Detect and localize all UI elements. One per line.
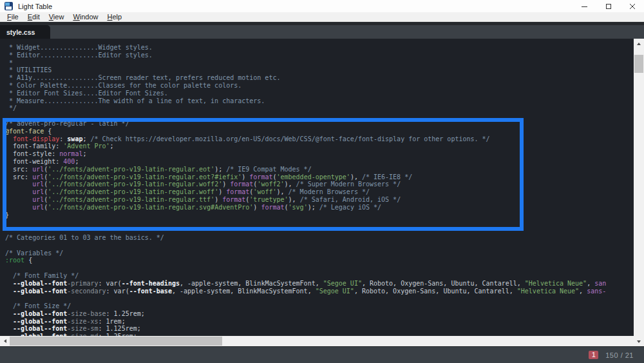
code-line: --global--font-primary: var(--font-headi… — [5, 280, 632, 288]
code-line: --global--font-secondary: var(--font-bas… — [5, 288, 632, 295]
scroll-down-arrow-icon — [637, 340, 641, 343]
tab-label: style.css — [6, 28, 35, 36]
code-line — [5, 226, 632, 234]
code-line: --global--font-size-sm: 1.125rem; — [5, 325, 632, 333]
vertical-scrollbar-thumb[interactable] — [634, 55, 643, 73]
code-line: font-family: 'Advent Pro'; — [5, 142, 632, 150]
code-line: :root { — [5, 257, 632, 264]
close-button[interactable] — [620, 0, 644, 12]
code-line: --global--font-size-base: 1.25rem; — [5, 310, 632, 318]
code-line: /* Font Size */ — [5, 302, 632, 310]
code-line: /* Font Family */ — [5, 272, 632, 280]
code-line: --global--font-size-xs: 1rem; — [5, 318, 632, 326]
code-line: * Widget...............Widget styles. — [5, 44, 632, 52]
tab-style-css[interactable]: style.css — [0, 25, 50, 39]
vertical-scrollbar[interactable] — [634, 39, 644, 346]
code-line: font-display: swap; /* Check https://dev… — [5, 135, 632, 143]
code-line: /* Categories 01 to 03 are the basics. *… — [5, 234, 632, 242]
title-bar: Light Table — [0, 0, 644, 12]
close-icon — [629, 3, 636, 10]
tab-bar: style.css — [0, 22, 644, 39]
code-line: */ — [5, 104, 632, 112]
code-line: * Color Palette........Classes for the c… — [5, 82, 632, 90]
code-line: /* advent-pro-regular - latin */ — [5, 120, 632, 128]
code-line — [5, 219, 632, 226]
scroll-up-arrow-icon — [637, 43, 641, 45]
code-line: url('../fonts/advent-pro-v19-latin-regul… — [5, 188, 632, 196]
horizontal-scrollbar[interactable] — [0, 336, 634, 346]
code-line: * Editor...............Editor styles. — [5, 52, 632, 59]
menu-help[interactable]: Help — [103, 13, 127, 21]
code-line: font-weight: 400; — [5, 158, 632, 166]
maximize-button[interactable] — [596, 0, 620, 12]
scroll-up-button[interactable] — [634, 39, 644, 48]
horizontal-scrollbar-thumb[interactable] — [10, 337, 222, 346]
code-line: url('../fonts/advent-pro-v19-latin-regul… — [5, 196, 632, 204]
app-logo-icon — [5, 2, 13, 10]
scroll-down-button[interactable] — [634, 337, 644, 346]
code-line: * Measure..............The width of a li… — [5, 97, 632, 105]
minimize-button[interactable] — [573, 0, 596, 12]
menu-view[interactable]: View — [44, 13, 69, 21]
code-line: * A11y.................Screen reader tex… — [5, 74, 632, 82]
code-line — [5, 264, 632, 272]
status-bar: 1 150 / 21 — [0, 346, 644, 363]
code-line — [5, 112, 632, 120]
code-line: /* Variables */ — [5, 250, 632, 257]
menu-file[interactable]: File — [3, 13, 23, 21]
scroll-left-button[interactable] — [0, 336, 10, 346]
minimize-icon — [582, 3, 588, 10]
code-line: url('../fonts/advent-pro-v19-latin-regul… — [5, 204, 632, 211]
tab-bar-top-strip — [0, 22, 644, 25]
code-line — [5, 242, 632, 250]
code-line: * UTILITIES — [5, 66, 632, 74]
code-line: * Editor Font Sizes....Editor Font Sizes… — [5, 90, 632, 97]
code-line: url('../fonts/advent-pro-v19-latin-regul… — [5, 181, 632, 188]
code-area[interactable]: * Widget...............Widget styles. * … — [5, 44, 632, 340]
scroll-left-arrow-icon — [4, 339, 6, 343]
error-count-badge[interactable]: 1 — [589, 351, 598, 359]
code-line: } — [5, 211, 632, 219]
code-line: src: url('../fonts/advent-pro-v19-latin-… — [5, 173, 632, 181]
code-line: font-style: normal; — [5, 150, 632, 158]
code-line: @font-face { — [5, 128, 632, 135]
cursor-position: 150 / 21 — [605, 351, 634, 359]
code-line: * — [5, 59, 632, 67]
menu-bar: FileEditViewWindowHelp — [0, 12, 644, 22]
menu-edit[interactable]: Edit — [23, 13, 44, 21]
maximize-icon — [605, 3, 612, 10]
editor-pane[interactable]: * Widget...............Widget styles. * … — [0, 39, 644, 346]
window-controls — [573, 0, 644, 12]
window-title: Light Table — [18, 3, 52, 10]
code-line: src: url('../fonts/advent-pro-v19-latin-… — [5, 166, 632, 173]
menu-window[interactable]: Window — [68, 13, 102, 21]
code-line — [5, 295, 632, 302]
